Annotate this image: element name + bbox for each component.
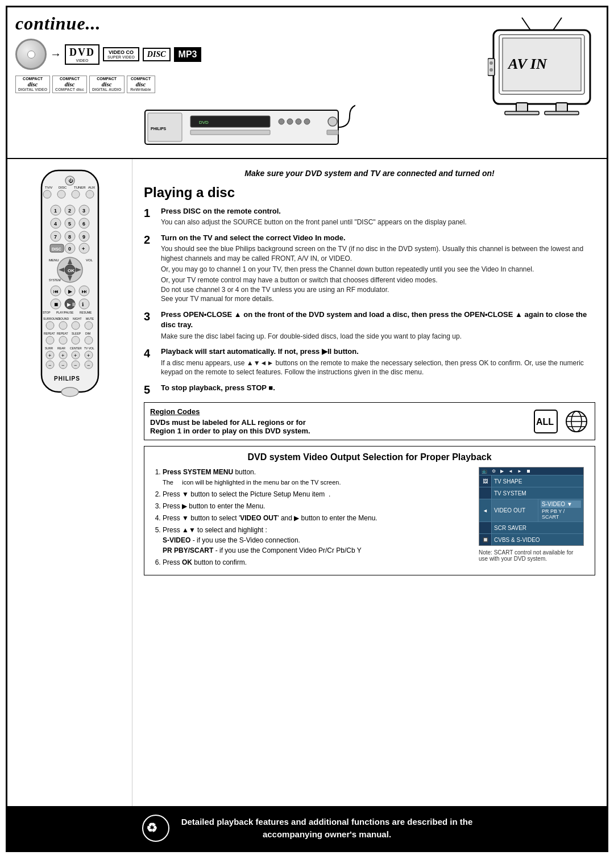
compact-label3: COMPACT bbox=[97, 77, 117, 81]
step-5-content: To stop playback, press STOP ■. bbox=[161, 383, 595, 393]
svg-text:MENU: MENU bbox=[49, 258, 59, 262]
menu-icon-stop: ⏹ bbox=[526, 469, 531, 474]
svg-point-24 bbox=[489, 68, 493, 72]
vo-row-scrsaver: SCR SAVER bbox=[479, 521, 583, 533]
svg-text:⏮: ⏮ bbox=[53, 289, 59, 294]
svg-text:−: − bbox=[74, 362, 77, 368]
step-1-num: 1 bbox=[144, 206, 156, 220]
step-2: 2 Turn on the TV and select the correct … bbox=[144, 233, 595, 304]
svg-point-89 bbox=[46, 322, 54, 329]
disc-sub4-label: ReWritable bbox=[130, 87, 151, 92]
svg-text:▶⏸: ▶⏸ bbox=[67, 302, 76, 307]
step-4-title: Playback will start automatically. If no… bbox=[161, 347, 359, 356]
svg-rect-9 bbox=[190, 130, 270, 135]
vo-row-tvshape-icon: 🖼 bbox=[479, 475, 492, 487]
vo-row-cvbs: 🔲 CVBS & S-VIDEO bbox=[479, 533, 583, 545]
svg-text:SLEEP: SLEEP bbox=[72, 332, 81, 335]
compact-disc-box1: COMPACT disc DIGITAL VIDEO bbox=[15, 76, 50, 93]
svg-point-100 bbox=[85, 336, 93, 344]
mp3-icon-box: MP3 bbox=[174, 47, 202, 62]
main-content: TV/V DISC TUNER AUX ⏻ 1 2 3 4 bbox=[7, 159, 607, 806]
svg-point-33 bbox=[86, 190, 94, 198]
svg-text:OK: OK bbox=[68, 268, 74, 273]
step-2-body-p2: Or, you may go to channel 1 on your TV, … bbox=[161, 265, 595, 274]
vo-step-2: Press ▼ button to select the Picture Set… bbox=[163, 489, 470, 499]
globe-icon bbox=[564, 409, 589, 434]
compact-disc-box2: COMPACT disc COMPACT disc bbox=[52, 76, 87, 93]
region-line1: DVDs must be labeled for ALL regions or … bbox=[150, 418, 524, 427]
disc-sub3-label: DIGITAL AUDIO bbox=[92, 87, 122, 92]
svg-text:▶: ▶ bbox=[68, 289, 72, 294]
disc-sub1: disc bbox=[28, 81, 38, 87]
region-title: Region Codes bbox=[150, 407, 524, 416]
vo-steps-list: Press SYSTEM MENU button. The icon will … bbox=[152, 467, 470, 567]
vo-row-videoout-label: VIDEO OUT bbox=[492, 499, 538, 521]
svg-point-30 bbox=[43, 190, 51, 198]
dvd-sub: VIDEO bbox=[76, 59, 89, 62]
dvd-player-drawing: PHILIPS DVD bbox=[139, 99, 355, 150]
svg-text:DISC: DISC bbox=[59, 186, 67, 189]
svg-rect-16 bbox=[516, 103, 528, 112]
arrow-icon: → bbox=[50, 48, 61, 61]
svg-line-20 bbox=[522, 18, 530, 30]
vo-svideo-option: S-VIDEO ▼ bbox=[541, 500, 581, 508]
vo-step-4: Press ▼ button to select 'VIDEO OUT' and… bbox=[163, 513, 470, 523]
svg-text:STOP: STOP bbox=[43, 311, 51, 314]
menu-icon-prev: ◄ bbox=[508, 469, 513, 474]
vo-row-cvbs-label: CVBS & S-VIDEO bbox=[492, 534, 583, 545]
disc-label: disc bbox=[147, 50, 166, 59]
region-section: Region Codes DVDs must be labeled for AL… bbox=[144, 402, 595, 440]
svg-text:3: 3 bbox=[82, 208, 85, 214]
svg-text:CENTER: CENTER bbox=[70, 347, 82, 350]
compact-disc-box4: COMPACT disc ReWritable bbox=[127, 76, 155, 93]
step-1-content: Press DISC on the remote control. You ca… bbox=[161, 206, 595, 227]
vo-row-tvsystem-label: TV SYSTEM bbox=[492, 487, 583, 499]
vo-screenshot-area: 📺 ⚙ ▶ ◄ ► ⏹ 🖼 TV SHAPE bbox=[479, 467, 587, 569]
svg-text:+: + bbox=[61, 353, 64, 358]
step-2-num: 2 bbox=[144, 233, 156, 247]
disc-drawing bbox=[15, 39, 47, 70]
svg-text:+: + bbox=[82, 246, 85, 252]
svg-text:VOL: VOL bbox=[86, 258, 93, 262]
step-5-title: To stop playback, press STOP ■. bbox=[161, 383, 275, 392]
bottom-bar-inner: ♻ Detailed playback features and additio… bbox=[19, 814, 595, 842]
svg-text:1: 1 bbox=[54, 208, 57, 214]
mp3-label: MP3 bbox=[179, 49, 197, 60]
tv-area: AV IN bbox=[485, 13, 599, 121]
region-text: Region Codes DVDs must be labeled for AL… bbox=[150, 407, 524, 435]
svg-text:0: 0 bbox=[68, 246, 71, 252]
step-3-body: Make sure the disc label facing up. For … bbox=[161, 332, 595, 341]
vo-screen-header: 📺 ⚙ ▶ ◄ ► ⏹ bbox=[479, 468, 583, 475]
menu-icon-play: ▶ bbox=[500, 469, 504, 474]
svg-point-10 bbox=[328, 117, 337, 126]
svg-point-98 bbox=[59, 336, 67, 344]
svg-text:+: + bbox=[74, 353, 77, 358]
svg-text:PHILIPS: PHILIPS bbox=[151, 127, 167, 131]
svg-rect-11 bbox=[327, 130, 338, 135]
left-column: TV/V DISC TUNER AUX ⏻ 1 2 3 4 bbox=[7, 159, 132, 806]
compact-disc-box3: COMPACT disc DIGITAL AUDIO bbox=[89, 76, 125, 93]
right-column: Make sure your DVD system and TV are con… bbox=[132, 159, 607, 806]
step-4-num: 4 bbox=[144, 347, 156, 360]
region-icons: ALL bbox=[533, 409, 589, 434]
disc-sub4: disc bbox=[136, 81, 146, 87]
make-sure-text: Make sure your DVD system and TV are con… bbox=[144, 168, 595, 180]
svg-text:8: 8 bbox=[68, 234, 71, 240]
vo-row-scrsaver-label: SCR SAVER bbox=[492, 522, 583, 533]
svg-text:SYSTEM: SYSTEM bbox=[49, 278, 61, 282]
bottom-bar: ♻ Detailed playback features and additio… bbox=[7, 806, 607, 850]
svg-text:REPEAT: REPEAT bbox=[57, 332, 68, 335]
compact-label2: COMPACT bbox=[60, 77, 80, 81]
step-3-title: Press OPEN•CLOSE ▲ on the front of the D… bbox=[161, 310, 587, 329]
disc-sub1-label: DIGITAL VIDEO bbox=[18, 87, 47, 92]
vo-content: Press SYSTEM MENU button. The icon will … bbox=[152, 467, 587, 569]
page-title: continue... bbox=[15, 13, 479, 34]
step-3-content: Press OPEN•CLOSE ▲ on the front of the D… bbox=[161, 310, 595, 341]
svg-text:PHILIPS: PHILIPS bbox=[54, 375, 80, 382]
step-2-title: Turn on the TV and select the correct Vi… bbox=[161, 233, 346, 242]
svg-text:7: 7 bbox=[54, 234, 57, 240]
svg-point-99 bbox=[72, 336, 80, 344]
menu-icon-tv: 📺 bbox=[482, 469, 487, 474]
disc-sub3: disc bbox=[102, 81, 112, 87]
svg-text:TV VOL: TV VOL bbox=[84, 347, 94, 350]
